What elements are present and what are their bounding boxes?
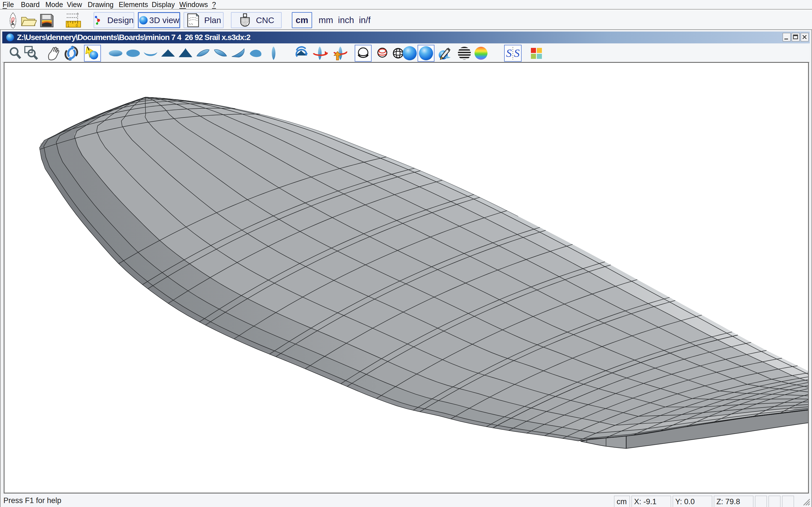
svg-text:1: 1 xyxy=(67,23,69,27)
svg-text:S: S xyxy=(506,47,512,59)
svg-text:S: S xyxy=(514,47,520,59)
svg-text:0: 0 xyxy=(76,23,78,27)
